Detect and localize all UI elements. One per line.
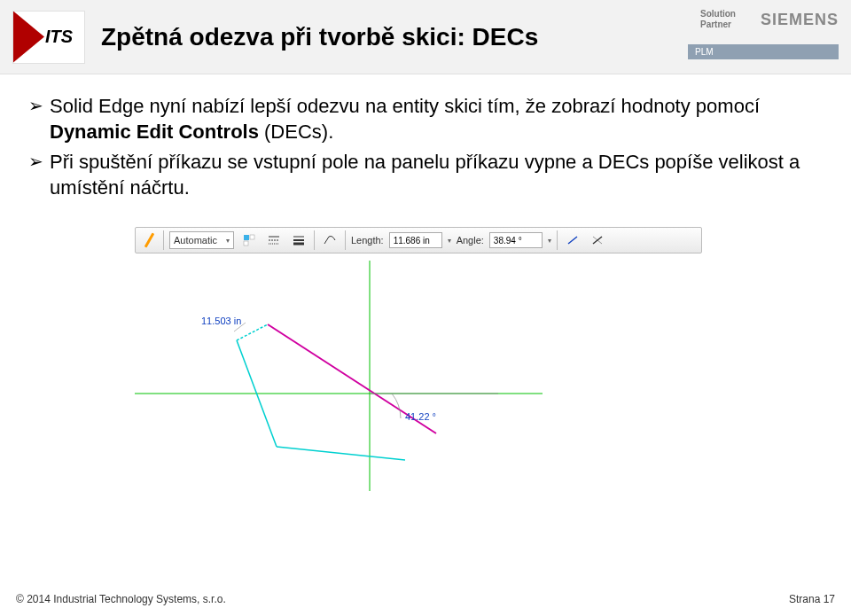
svg-line-10 <box>568 237 577 244</box>
length-dimension: 11.503 in <box>201 316 241 326</box>
length-dropdown-icon[interactable]: ▾ <box>448 237 451 245</box>
line-style-1-icon[interactable] <box>563 230 582 250</box>
arc-line-icon[interactable] <box>320 230 340 250</box>
bullet-2: Při spuštění příkazu se vstupní pole na … <box>28 150 824 200</box>
embedded-screenshot: Automatic Length: ▾ Angle: ▾ <box>135 227 702 491</box>
its-logo: ITS <box>12 11 85 64</box>
svg-line-16 <box>277 447 405 460</box>
angle-dimension: 41.22 ° <box>405 411 436 422</box>
slide-footer: © 2014 Industrial Technology Systems, s.… <box>16 593 835 605</box>
sketch-toolbar: Automatic Length: ▾ Angle: ▾ <box>135 227 702 253</box>
lineweight-icon[interactable] <box>289 230 308 250</box>
partner-line1: Solution <box>700 9 736 19</box>
toolbar-separator <box>163 230 164 250</box>
linetype-icon[interactable] <box>264 230 284 250</box>
angle-label: Angle: <box>457 235 484 246</box>
length-input[interactable] <box>389 232 442 248</box>
siemens-wordmark: SIEMENS <box>761 11 839 29</box>
svg-rect-0 <box>244 235 249 240</box>
solution-partner-label: Solution Partner <box>700 9 752 30</box>
bullet-2-text: Při spuštění příkazu se vstupní pole na … <box>50 151 800 199</box>
partner-line2: Partner <box>700 19 731 29</box>
toolbar-separator <box>314 230 315 250</box>
line-style-2-icon[interactable] <box>588 230 607 250</box>
length-label: Length: <box>351 235 384 246</box>
sketch-svg <box>135 261 702 491</box>
angle-dropdown-icon[interactable]: ▾ <box>548 237 551 245</box>
angle-input[interactable] <box>489 232 543 248</box>
bullet-1-strong: Dynamic Edit Controls <box>50 121 259 143</box>
plm-badge: PLM <box>688 44 839 59</box>
toolbar-separator <box>557 230 558 250</box>
slide-body: Solid Edge nyní nabízí lepší odezvu na e… <box>0 74 851 491</box>
logo-text: ITS <box>45 27 73 47</box>
siemens-partner-box: Solution Partner SIEMENS <box>700 9 839 30</box>
mode-select[interactable]: Automatic <box>169 231 234 249</box>
logo-triangle-icon <box>13 12 44 63</box>
mode-select-value: Automatic <box>174 235 217 246</box>
bullet-1: Solid Edge nyní nabízí lepší odezvu na e… <box>28 94 824 144</box>
svg-line-17 <box>237 324 268 340</box>
sketch-canvas: 11.503 in 41.22 ° <box>135 261 702 491</box>
page-number: Strana 17 <box>789 593 835 605</box>
line-tool-icon[interactable] <box>140 231 158 249</box>
slide-title: Zpětná odezva při tvorbě skici: DECs <box>101 23 538 51</box>
svg-rect-1 <box>250 235 254 239</box>
copyright: © 2014 Industrial Technology Systems, s.… <box>16 593 226 605</box>
color-palette-icon[interactable] <box>239 230 259 250</box>
toolbar-separator <box>345 230 346 250</box>
svg-line-9 <box>324 237 329 244</box>
svg-rect-2 <box>244 241 248 246</box>
bullet-1-text: Solid Edge nyní nabízí lepší odezvu na e… <box>50 95 760 117</box>
slide-header: ITS Zpětná odezva při tvorbě skici: DECs… <box>0 0 851 74</box>
bullet-1-post: (DECs). <box>259 121 333 143</box>
